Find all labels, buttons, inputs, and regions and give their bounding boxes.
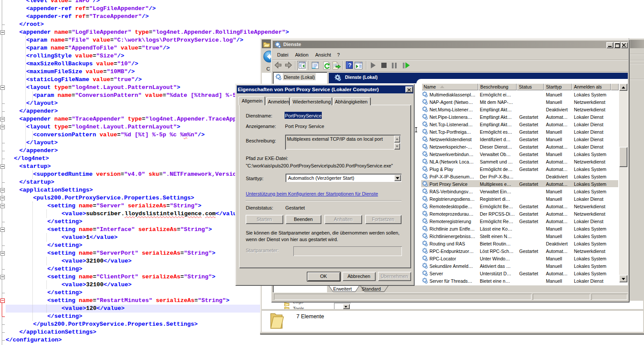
svg-text:?: ? (348, 62, 352, 68)
